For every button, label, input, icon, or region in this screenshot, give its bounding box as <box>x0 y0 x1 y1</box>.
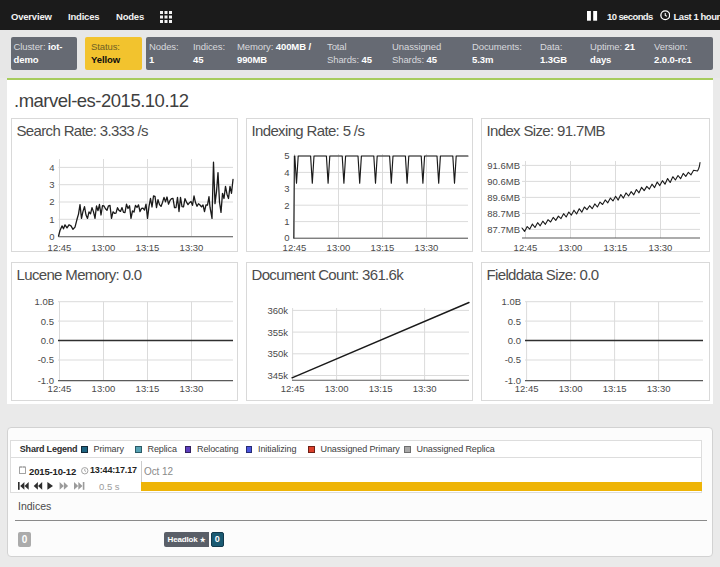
svg-text:13:00: 13:00 <box>92 242 116 253</box>
svg-text:12:45: 12:45 <box>281 383 305 394</box>
svg-text:350k: 350k <box>267 348 288 359</box>
svg-text:12:45: 12:45 <box>515 383 539 394</box>
svg-text:13:30: 13:30 <box>180 383 204 394</box>
svg-text:89.6MB: 89.6MB <box>487 192 520 203</box>
svg-text:13:00: 13:00 <box>559 242 583 253</box>
svg-text:12:45: 12:45 <box>48 383 72 394</box>
svg-text:91.6MB: 91.6MB <box>487 160 520 171</box>
svg-text:13:15: 13:15 <box>603 383 627 394</box>
svg-text:5: 5 <box>284 150 289 161</box>
svg-text:0.5: 0.5 <box>508 316 521 327</box>
svg-text:13:30: 13:30 <box>647 383 671 394</box>
svg-text:90.6MB: 90.6MB <box>487 176 520 187</box>
svg-text:12:45: 12:45 <box>514 242 538 253</box>
svg-text:0: 0 <box>49 231 54 242</box>
svg-text:12:45: 12:45 <box>48 242 72 253</box>
svg-text:2: 2 <box>49 196 54 207</box>
svg-text:13:30: 13:30 <box>649 242 673 253</box>
svg-text:88.7MB: 88.7MB <box>487 208 520 219</box>
svg-text:13:15: 13:15 <box>136 383 160 394</box>
svg-text:13:30: 13:30 <box>413 383 437 394</box>
svg-text:345k: 345k <box>267 370 288 381</box>
svg-text:13:15: 13:15 <box>604 242 628 253</box>
svg-text:13:00: 13:00 <box>559 383 583 394</box>
svg-text:13:15: 13:15 <box>136 242 160 253</box>
svg-text:0.0: 0.0 <box>508 335 521 346</box>
svg-text:13:00: 13:00 <box>327 242 351 253</box>
svg-text:87.7MB: 87.7MB <box>487 224 520 235</box>
svg-text:3: 3 <box>49 179 54 190</box>
svg-text:1: 1 <box>49 214 54 225</box>
svg-text:13:15: 13:15 <box>371 242 395 253</box>
svg-text:1.0B: 1.0B <box>501 296 521 307</box>
svg-text:2: 2 <box>284 200 289 211</box>
svg-text:4: 4 <box>49 162 54 173</box>
svg-text:1: 1 <box>284 216 289 227</box>
svg-text:4: 4 <box>284 167 289 178</box>
svg-text:12:45: 12:45 <box>283 242 307 253</box>
svg-text:13:30: 13:30 <box>415 242 439 253</box>
svg-text:1.0B: 1.0B <box>34 296 54 307</box>
svg-text:13:15: 13:15 <box>369 383 393 394</box>
svg-text:3: 3 <box>284 183 289 194</box>
svg-text:-0.5: -0.5 <box>38 354 54 365</box>
svg-text:13:00: 13:00 <box>92 383 116 394</box>
svg-text:0.0: 0.0 <box>41 335 54 346</box>
svg-text:-0.5: -0.5 <box>505 354 521 365</box>
svg-text:13:00: 13:00 <box>325 383 349 394</box>
svg-text:355k: 355k <box>267 327 288 338</box>
svg-text:360k: 360k <box>267 305 288 316</box>
svg-text:0.5: 0.5 <box>41 316 54 327</box>
svg-text:13:30: 13:30 <box>180 242 204 253</box>
